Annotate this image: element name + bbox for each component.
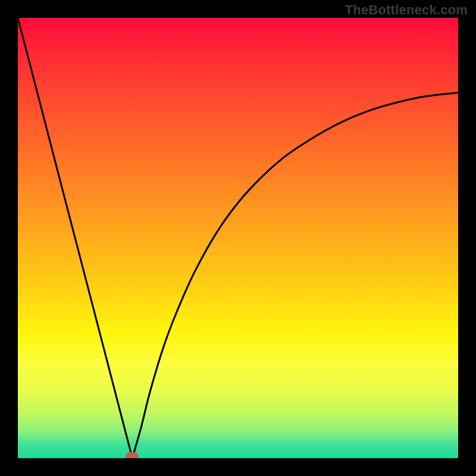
bottleneck-curve [18, 18, 458, 458]
plot-area [18, 18, 458, 458]
curve-svg [18, 18, 458, 458]
watermark-text: TheBottleneck.com [345, 2, 468, 18]
chart-frame: TheBottleneck.com [0, 0, 476, 476]
optimal-point-marker [126, 452, 139, 458]
